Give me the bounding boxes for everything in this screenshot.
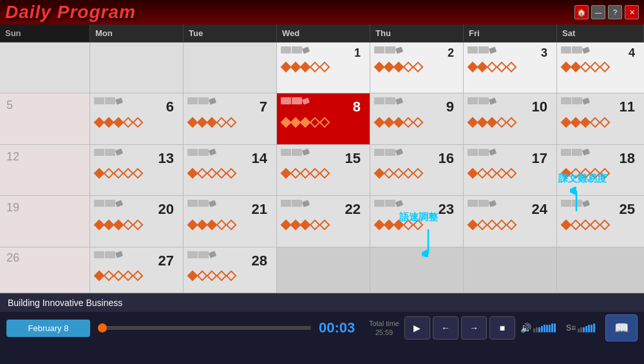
volume-bars[interactable]	[533, 323, 556, 332]
day-empty-fri-end	[464, 247, 557, 293]
day-empty-sat-end	[557, 247, 644, 293]
play-button[interactable]: ▶	[404, 316, 430, 340]
day-cell-mon-20[interactable]: 20	[90, 196, 184, 246]
speed-icon: S≡	[566, 323, 576, 332]
day-cell-wed-15[interactable]: 15	[277, 145, 370, 195]
day-cell-thu-2[interactable]: 2	[370, 43, 464, 93]
calendar-rows: 1 2	[0, 43, 644, 293]
transport-controls: ▶ ← → ■	[404, 316, 515, 340]
header-sun: Sun	[0, 24, 90, 42]
header-sat: Sat	[557, 24, 644, 42]
week-row-2: 5 6	[0, 93, 644, 144]
day-empty-thu-end	[370, 247, 464, 293]
volume-icon: 🔊	[520, 323, 531, 333]
day-cell-empty-tue1	[184, 43, 277, 93]
day-empty-wed-end	[277, 247, 370, 293]
day-cell-sat-11[interactable]: 11	[557, 93, 644, 144]
day-cell-wed-1[interactable]: 1	[277, 43, 370, 93]
title-bar: Daily Program 🏠 — ? ✕	[0, 0, 644, 24]
day-cell-sun-12: 12	[0, 145, 90, 195]
stop-button[interactable]: ■	[489, 316, 515, 340]
help-button[interactable]: ?	[608, 5, 622, 19]
progress-handle[interactable]	[98, 323, 107, 332]
day-cell-tue-14[interactable]: 14	[184, 145, 277, 195]
bottom-bar: Building Innovative Business February 8 …	[0, 293, 644, 364]
day-cell-mon-6[interactable]: 6	[90, 93, 184, 144]
day-cell-wed-22[interactable]: 22	[277, 196, 370, 246]
minimize-button[interactable]: —	[591, 5, 605, 19]
week-row-3: 12 13	[0, 145, 644, 196]
day-cell-wed-8-today[interactable]: 8	[277, 93, 370, 144]
header-tue: Tue	[184, 24, 277, 42]
day-cell-sun-26: 26	[0, 247, 90, 293]
course-title: Building Innovative Business	[8, 298, 122, 308]
day-cell-tue-7[interactable]: 7	[184, 93, 277, 144]
day-cell-sun-5: 5	[0, 93, 90, 144]
header-thu: Thu	[370, 24, 464, 42]
volume-control: 🔊	[520, 323, 556, 333]
day-cell-empty-mon1	[90, 43, 184, 93]
header-mon: Mon	[90, 24, 184, 42]
day-cell-fri-17[interactable]: 17	[464, 145, 557, 195]
current-time: 00:03	[319, 320, 364, 336]
player-bar: February 8 00:03 Total time 25:59 ▶ ← → …	[0, 312, 644, 344]
day-cell-mon-27[interactable]: 27	[90, 247, 184, 293]
week-row-1: 1 2	[0, 43, 644, 93]
back-button[interactable]: ←	[433, 316, 459, 340]
window-controls: 🏠 — ? ✕	[574, 5, 639, 19]
day-cell-sat-4[interactable]: 4	[557, 43, 644, 93]
calendar-outer: Sun Mon Tue Wed Thu Fri Sat 1	[0, 24, 644, 293]
day-cell-sat-18[interactable]: 18	[557, 145, 644, 195]
week-row-5: 26 27	[0, 247, 644, 294]
app-title: Daily Program	[5, 2, 136, 23]
day-cell-empty-sun1	[0, 43, 90, 93]
day-cell-fri-3[interactable]: 3	[464, 43, 557, 93]
header-fri: Fri	[464, 24, 557, 42]
day-cell-sat-25[interactable]: 25	[557, 196, 644, 246]
calendar-area: Sun Mon Tue Wed Thu Fri Sat 1	[0, 24, 644, 293]
day-cell-thu-23[interactable]: 23	[370, 196, 464, 246]
day-cell-thu-16[interactable]: 16	[370, 145, 464, 195]
day-cell-thu-9[interactable]: 9	[370, 93, 464, 144]
day-cell-fri-10[interactable]: 10	[464, 93, 557, 144]
course-title-bar: Building Innovative Business	[0, 293, 644, 312]
day-cell-mon-13[interactable]: 13	[90, 145, 184, 195]
day-cell-fri-24[interactable]: 24	[464, 196, 557, 246]
date-selector[interactable]: February 8	[6, 320, 90, 337]
total-time: Total time 25:59	[369, 319, 399, 338]
forward-button[interactable]: →	[461, 316, 487, 340]
day-cell-tue-28[interactable]: 28	[184, 247, 277, 293]
calendar-header: Sun Mon Tue Wed Thu Fri Sat	[0, 24, 644, 43]
speed-bars[interactable]	[578, 323, 595, 332]
progress-bar[interactable]	[98, 326, 311, 330]
book-button[interactable]: 📖	[605, 314, 638, 341]
day-cell-tue-21[interactable]: 21	[184, 196, 277, 246]
home-button[interactable]: 🏠	[574, 5, 589, 19]
speed-control: S≡	[566, 323, 595, 332]
week-row-4: 19 20	[0, 196, 644, 247]
close-button[interactable]: ✕	[625, 5, 639, 19]
header-wed: Wed	[277, 24, 370, 42]
day-cell-sun-19: 19	[0, 196, 90, 246]
